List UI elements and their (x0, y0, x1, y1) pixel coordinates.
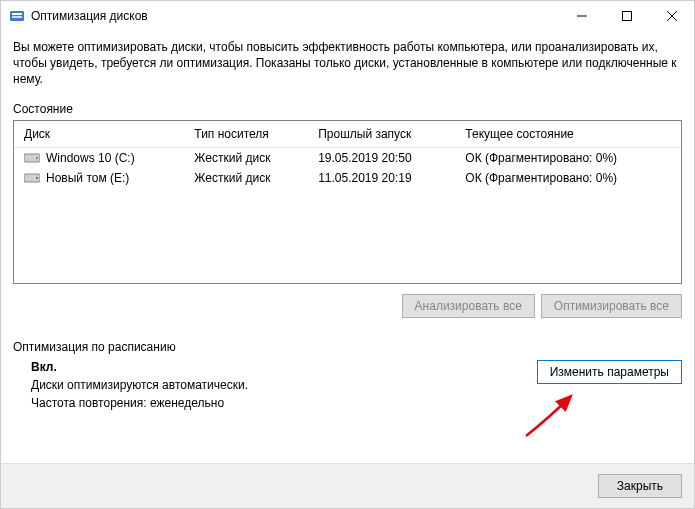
drive-media: Жесткий диск (184, 168, 308, 188)
col-state[interactable]: Текущее состояние (455, 121, 681, 148)
svg-rect-2 (12, 16, 22, 18)
table-row[interactable]: Новый том (E:) Жесткий диск 11.05.2019 2… (14, 168, 681, 188)
drive-state: ОК (Фрагментировано: 0%) (455, 168, 681, 188)
table-row[interactable]: Windows 10 (C:) Жесткий диск 19.05.2019 … (14, 147, 681, 168)
window-controls (559, 1, 694, 31)
drive-icon (24, 172, 40, 184)
app-icon (9, 8, 25, 24)
close-window-button[interactable] (649, 1, 694, 31)
svg-rect-1 (12, 13, 22, 15)
drive-list[interactable]: Диск Тип носителя Прошлый запуск Текущее… (13, 120, 682, 284)
svg-point-10 (36, 177, 38, 179)
col-disk[interactable]: Диск (14, 121, 184, 148)
minimize-button[interactable] (559, 1, 604, 31)
schedule-line2: Частота повторения: еженедельно (31, 396, 537, 410)
description-text: Вы можете оптимизировать диски, чтобы по… (13, 39, 682, 88)
drive-name: Windows 10 (C:) (46, 151, 135, 165)
drive-last: 19.05.2019 20:50 (308, 147, 455, 168)
schedule-section-label: Оптимизация по расписанию (13, 340, 682, 354)
change-settings-button[interactable]: Изменить параметры (537, 360, 682, 384)
drive-last: 11.05.2019 20:19 (308, 168, 455, 188)
col-last[interactable]: Прошлый запуск (308, 121, 455, 148)
analyze-all-button: Анализировать все (402, 294, 535, 318)
status-section-label: Состояние (13, 102, 682, 116)
table-header-row: Диск Тип носителя Прошлый запуск Текущее… (14, 121, 681, 148)
drive-name: Новый том (E:) (46, 171, 129, 185)
close-button[interactable]: Закрыть (598, 474, 682, 498)
drive-icon (24, 152, 40, 164)
schedule-line1: Диски оптимизируются автоматически. (31, 378, 537, 392)
titlebar: Оптимизация дисков (1, 1, 694, 31)
drive-media: Жесткий диск (184, 147, 308, 168)
optimize-all-button: Оптимизировать все (541, 294, 682, 318)
footer: Закрыть (1, 463, 694, 508)
svg-rect-4 (622, 12, 631, 21)
drive-state: ОК (Фрагментировано: 0%) (455, 147, 681, 168)
svg-point-8 (36, 157, 38, 159)
col-media[interactable]: Тип носителя (184, 121, 308, 148)
schedule-status: Вкл. (31, 360, 537, 374)
window-title: Оптимизация дисков (31, 9, 559, 23)
maximize-button[interactable] (604, 1, 649, 31)
